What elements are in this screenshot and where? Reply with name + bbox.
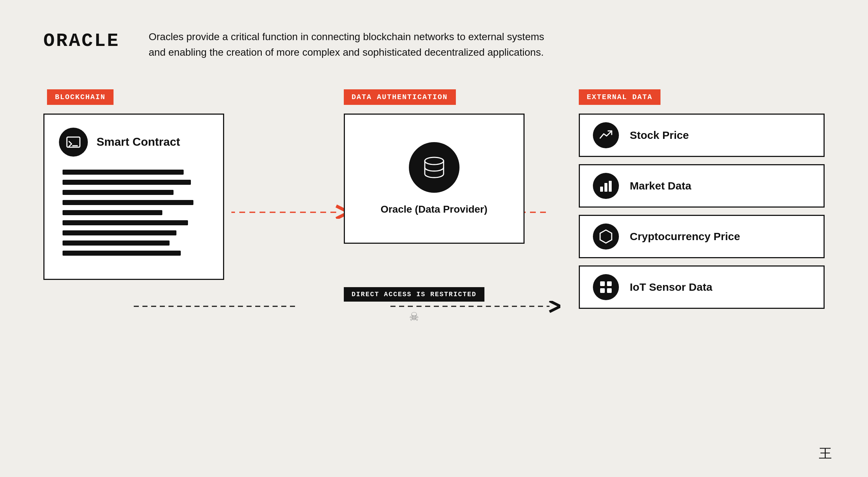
blockchain-column: BLOCKCHAIN Smart Contract [43,89,224,280]
svg-rect-3 [600,187,603,192]
restricted-container: DIRECT ACCESS IS RESTRICTED ☠ [344,287,485,325]
external-item-crypto-price: Cryptocurrency Price [579,215,825,258]
code-line [63,190,174,195]
grid-icon-circle [593,274,619,300]
code-line [63,230,176,235]
bar-chart-icon [599,179,613,193]
trending-up-icon [599,128,613,142]
smart-contract-header: Smart Contract [59,128,209,157]
hexagon-icon [598,229,614,244]
page-title: ORACLE [43,29,120,52]
code-line [63,240,170,246]
trending-up-icon-circle [593,122,619,148]
external-item-stock-price: Stock Price [579,114,825,157]
svg-rect-5 [609,181,612,192]
oracle-box: Oracle (Data Provider) [344,114,525,244]
code-lines [59,170,209,256]
svg-marker-6 [600,230,612,243]
blockchain-label: BLOCKCHAIN [47,89,114,105]
code-line [63,170,184,175]
database-icon-circle [409,142,459,193]
grid-icon [599,280,613,294]
data-auth-label: DATA AUTHENTICATION [344,89,456,105]
svg-point-2 [425,157,444,165]
code-line [63,220,188,225]
stock-price-label: Stock Price [630,129,689,141]
skull-icon: ☠ [410,307,418,325]
external-data-column: EXTERNAL DATA Stock Price [579,89,825,309]
code-line [63,251,181,256]
smart-contract-box: Smart Contract [43,114,224,280]
crypto-price-label: Cryptocurrency Price [630,230,740,243]
data-auth-column: DATA AUTHENTICATION Oracle (Data Provide… [344,89,525,325]
restricted-label: DIRECT ACCESS IS RESTRICTED [344,287,485,302]
terminal-icon [65,134,81,150]
svg-rect-10 [607,288,612,293]
code-line [63,180,191,185]
page: ORACLE Oracles provide a critical functi… [0,0,868,477]
svg-rect-7 [600,281,605,286]
code-line [63,210,162,215]
external-data-label: EXTERNAL DATA [579,89,660,105]
svg-rect-8 [607,281,612,286]
oracle-box-title: Oracle (Data Provider) [381,204,488,215]
database-icon [420,153,449,182]
page-description: Oracles provide a critical function in c… [149,29,546,60]
terminal-icon-circle [59,128,88,157]
hexagon-icon-circle [593,223,619,250]
svg-rect-4 [604,183,607,192]
footer-icon: 王 [819,445,832,463]
bar-chart-icon-circle [593,173,619,199]
external-item-market-data: Market Data [579,164,825,208]
smart-contract-title: Smart Contract [97,135,180,149]
diagram: BLOCKCHAIN Smart Contract [43,89,825,350]
svg-rect-9 [600,288,605,293]
header: ORACLE Oracles provide a critical functi… [43,29,825,60]
market-data-label: Market Data [630,180,691,192]
iot-data-label: IoT Sensor Data [630,281,712,293]
external-item-iot-data: IoT Sensor Data [579,265,825,309]
code-line [63,200,193,205]
external-items-list: Stock Price Market Data [579,114,825,309]
